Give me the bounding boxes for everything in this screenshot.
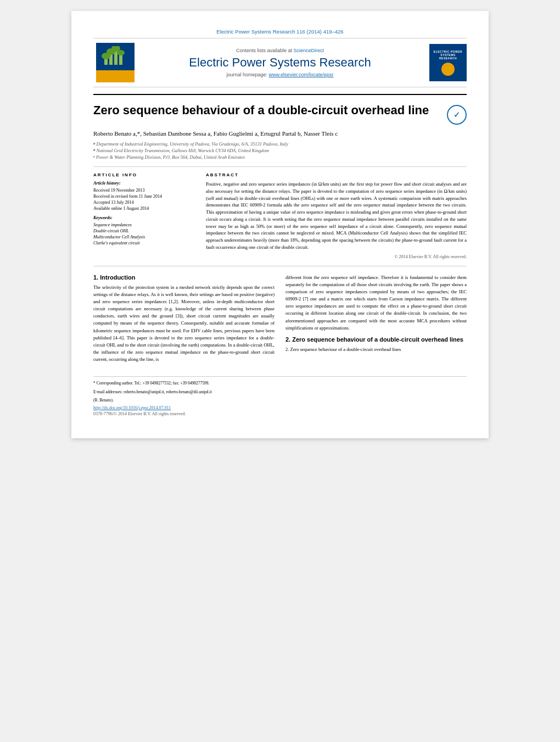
revised-date: Received in revised form 11 June 2014: [93, 194, 195, 199]
authors-section: Roberto Benato a,*, Sebastian Dambone Se…: [93, 130, 467, 137]
footnote-email: E-mail addresses: roberto.benato@unipd.i…: [93, 389, 467, 395]
intro-para-1: The selectivity of the protection system…: [93, 284, 275, 364]
footer-doi[interactable]: http://dx.doi.org/10.1016/j.epsr.2014.07…: [93, 405, 467, 410]
contents-line: Contents lists available at ScienceDirec…: [137, 48, 423, 53]
authors-line: Roberto Benato a,*, Sebastian Dambone Se…: [93, 130, 467, 137]
article-history-label: Article history:: [93, 181, 195, 186]
keyword-1: Sequence impedances: [93, 222, 195, 227]
body-col-left: 1. Introduction The selectivity of the p…: [93, 274, 275, 368]
elsevier-logo-area: ELSEVIER: [93, 43, 137, 82]
body-divider: [93, 266, 467, 266]
footer-section: * Corresponding author. Tel.: +39 049827…: [93, 376, 467, 416]
copyright-line: © 2014 Elsevier B.V. All rights reserved…: [206, 254, 467, 259]
abstract-text: Positive, negative and zero sequence ser…: [206, 181, 467, 251]
journal-logo-area: ELECTRIC POWERSYSTEMSRESEARCH: [423, 44, 467, 81]
article-title-section: Zero sequence behaviour of a double-circ…: [93, 94, 467, 125]
keywords-label: Keywords:: [93, 215, 195, 220]
keyword-2: Double-circuit OHL: [93, 228, 195, 233]
journal-header: ELSEVIER Contents lists available at Sci…: [93, 38, 467, 87]
journal-title: Electric Power Systems Research: [137, 55, 423, 70]
journal-logo-icon: [441, 63, 455, 76]
journal-header-center: Contents lists available at ScienceDirec…: [137, 48, 423, 77]
footnote-star: * Corresponding author. Tel.: +39 049827…: [93, 380, 467, 386]
keyword-4: Clarke's equivalent circuit: [93, 241, 195, 246]
sciencedirect-link[interactable]: ScienceDirect: [294, 48, 324, 53]
article-title: Zero sequence behaviour of a double-circ…: [93, 103, 441, 119]
body-col-right: different from the zero sequence self im…: [285, 274, 467, 368]
journal-homepage: journal homepage: www.elsevier.com/locat…: [137, 72, 423, 77]
affiliation-c: c Power & Water Planning Division, P.O. …: [93, 154, 467, 160]
journal-logo-image: ELECTRIC POWERSYSTEMSRESEARCH: [429, 44, 467, 81]
journal-homepage-link[interactable]: www.elsevier.com/locate/epsr: [269, 72, 334, 77]
affiliations-section: a Department of Industrial Engineering, …: [93, 141, 467, 160]
keyword-3: Multiconductor Cell Analysis: [93, 235, 195, 239]
article-page: Electric Power Systems Research 116 (201…: [71, 11, 489, 438]
received-date: Received 19 November 2013: [93, 188, 195, 193]
affiliation-b: b National Grid Electricity Transmission…: [93, 148, 467, 153]
article-info-column: ARTICLE INFO Article history: Received 1…: [93, 172, 195, 259]
section2-heading: 2. Zero sequence behaviour of a double-c…: [285, 336, 467, 343]
journal-bar: Electric Power Systems Research 116 (201…: [93, 29, 467, 35]
info-abstract-section: ARTICLE INFO Article history: Received 1…: [93, 166, 467, 259]
online-date: Available online 1 August 2014: [93, 206, 195, 211]
keywords-section: Keywords: Sequence impedances Double-cir…: [93, 215, 195, 246]
body-columns: 1. Introduction The selectivity of the p…: [93, 274, 467, 368]
intro-heading: 1. Introduction: [93, 274, 275, 281]
article-info-label: ARTICLE INFO: [93, 172, 195, 177]
elsevier-tree-icon: [102, 46, 129, 67]
affiliation-a: a Department of Industrial Engineering, …: [93, 141, 467, 147]
journal-citation: Electric Power Systems Research 116 (201…: [216, 29, 343, 35]
abstract-label: ABSTRACT: [206, 172, 467, 177]
svg-point-7: [117, 50, 125, 55]
section2-para-1: 2. Zero sequence behaviour of a double-c…: [285, 346, 467, 353]
accepted-date: Accepted 13 July 2014: [93, 200, 195, 205]
elsevier-label: ELSEVIER: [100, 75, 131, 80]
footer-issn: 0378-7796/© 2014 Elsevier B.V. All right…: [93, 411, 467, 416]
crossmark-badge[interactable]: ✓: [447, 105, 467, 125]
footnote-name: (R. Benato).: [93, 397, 467, 403]
abstract-column: ABSTRACT Positive, negative and zero seq…: [206, 172, 467, 259]
intro-para-2: different from the zero sequence self im…: [285, 274, 467, 332]
